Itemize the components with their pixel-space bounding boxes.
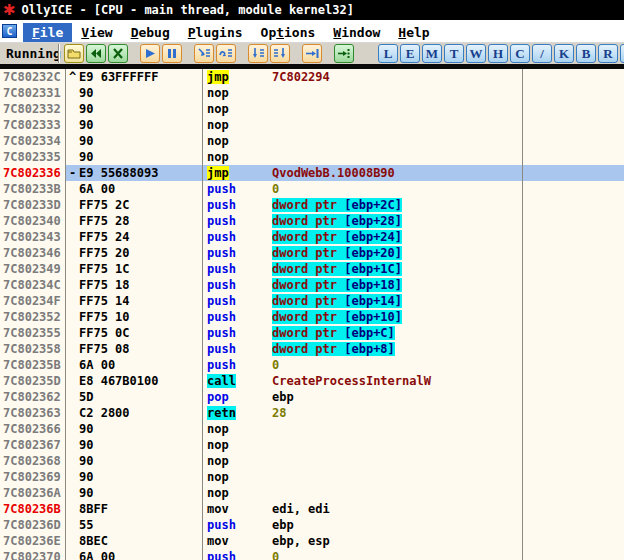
table-row[interactable]: 7C80235DE8 467B0100callCreateProcessInte… bbox=[0, 373, 624, 389]
step-into-button[interactable] bbox=[194, 44, 214, 63]
address-cell: 7C802334 bbox=[0, 133, 66, 149]
open-button[interactable] bbox=[64, 44, 84, 63]
table-row[interactable]: 7C80236790nop bbox=[0, 437, 624, 453]
hex-bytes: 90 bbox=[79, 133, 93, 149]
table-row[interactable]: 7C80233190nop bbox=[0, 85, 624, 101]
execute-till-return-button[interactable] bbox=[302, 44, 322, 63]
table-row[interactable]: 7C802336-E9 55688093jmpQvodWebB.10008B90 bbox=[0, 165, 624, 181]
table-row[interactable]: 7C8023706A 00push0 bbox=[0, 549, 624, 560]
comment-cell bbox=[523, 261, 624, 277]
table-row[interactable]: 7C80234FFF75 14pushdword ptr [ebp+14] bbox=[0, 293, 624, 309]
comment-cell bbox=[523, 309, 624, 325]
comment-cell bbox=[523, 165, 624, 181]
letter-button-C[interactable]: C bbox=[510, 44, 530, 63]
table-row[interactable]: 7C80233490nop bbox=[0, 133, 624, 149]
instruction-cell: movebp, esp bbox=[203, 533, 523, 549]
animate-into-button[interactable] bbox=[248, 44, 268, 63]
mnemonic: push bbox=[207, 310, 236, 324]
mnemonic: nop bbox=[207, 422, 229, 436]
table-row[interactable]: 7C80235B6A 00push0 bbox=[0, 357, 624, 373]
menu-item-window[interactable]: Window bbox=[324, 23, 389, 42]
table-row[interactable]: 7C802352FF75 10pushdword ptr [ebp+10] bbox=[0, 309, 624, 325]
table-row[interactable]: 7C802346FF75 20pushdword ptr [ebp+20] bbox=[0, 245, 624, 261]
table-row[interactable]: 7C80236A90nop bbox=[0, 485, 624, 501]
jump-direction-indicator bbox=[66, 149, 79, 165]
address-cell: 7C802355 bbox=[0, 325, 66, 341]
close-button[interactable] bbox=[108, 44, 128, 63]
table-row[interactable]: 7C80236D55pushebp bbox=[0, 517, 624, 533]
menu-item-help[interactable]: Help bbox=[389, 23, 438, 42]
step-over-button[interactable] bbox=[216, 44, 236, 63]
letter-button-H[interactable]: H bbox=[488, 44, 508, 63]
disassembly-panel[interactable]: 7C80232C^E9 63FFFFFFjmp7C8022947C8023319… bbox=[0, 69, 624, 560]
table-row[interactable]: 7C80236E8BECmovebp, esp bbox=[0, 533, 624, 549]
letter-button-/[interactable]: / bbox=[532, 44, 552, 63]
address-cell: 7C80234F bbox=[0, 293, 66, 309]
table-row[interactable]: 7C802349FF75 1Cpushdword ptr [ebp+1C] bbox=[0, 261, 624, 277]
operand: 0 bbox=[272, 550, 279, 560]
hex-bytes: FF75 10 bbox=[79, 309, 130, 325]
letter-button-W[interactable]: W bbox=[466, 44, 486, 63]
table-row[interactable]: 7C80233590nop bbox=[0, 149, 624, 165]
table-row[interactable]: 7C8023625Dpopebp bbox=[0, 389, 624, 405]
mnemonic: mov bbox=[207, 502, 229, 516]
letter-button-T[interactable]: T bbox=[444, 44, 464, 63]
table-row[interactable]: 7C80236890nop bbox=[0, 453, 624, 469]
table-row[interactable]: 7C802343FF75 24pushdword ptr [ebp+24] bbox=[0, 229, 624, 245]
menu-item-options[interactable]: Options bbox=[252, 23, 325, 42]
letter-button-R[interactable]: R bbox=[598, 44, 618, 63]
hexdump-cell: 5D bbox=[66, 389, 203, 405]
hexdump-cell: 6A 00 bbox=[66, 357, 203, 373]
table-row[interactable]: 7C80234CFF75 18pushdword ptr [ebp+18] bbox=[0, 277, 624, 293]
letter-button-L[interactable]: L bbox=[378, 44, 398, 63]
comment-cell bbox=[523, 453, 624, 469]
letter-button-K[interactable]: K bbox=[554, 44, 574, 63]
letter-button-B[interactable]: B bbox=[576, 44, 596, 63]
jump-direction-indicator bbox=[66, 405, 79, 421]
instruction-cell: nop bbox=[203, 469, 523, 485]
table-row[interactable]: 7C802355FF75 0Cpushdword ptr [ebp+C] bbox=[0, 325, 624, 341]
table-row[interactable]: 7C80233390nop bbox=[0, 117, 624, 133]
letter-button-label: R bbox=[603, 47, 612, 60]
address-cell: 7C802363 bbox=[0, 405, 66, 421]
menu-item-file[interactable]: File bbox=[23, 23, 72, 42]
instruction-cell: push0 bbox=[203, 357, 523, 373]
menu-item-debug[interactable]: Debug bbox=[122, 23, 179, 42]
table-row[interactable]: 7C80233B6A 00push0 bbox=[0, 181, 624, 197]
table-row[interactable]: 7C80233290nop bbox=[0, 101, 624, 117]
table-row[interactable]: 7C80233DFF75 2Cpushdword ptr [ebp+2C] bbox=[0, 197, 624, 213]
table-row[interactable]: 7C802340FF75 28pushdword ptr [ebp+28] bbox=[0, 213, 624, 229]
letter-button-label: B bbox=[582, 47, 591, 60]
instruction-cell: nop bbox=[203, 133, 523, 149]
operand: dword ptr bbox=[272, 246, 344, 260]
instruction-cell: pushdword ptr [ebp+14] bbox=[203, 293, 523, 309]
cpu-window-icon[interactable]: C bbox=[2, 24, 17, 38]
comment-cell bbox=[523, 485, 624, 501]
jump-direction-indicator bbox=[66, 133, 79, 149]
letter-button-E[interactable]: E bbox=[400, 44, 420, 63]
animate-over-button[interactable] bbox=[270, 44, 290, 63]
instruction-cell: jmp7C802294 bbox=[203, 69, 523, 85]
comment-cell bbox=[523, 389, 624, 405]
table-row[interactable]: 7C802363C2 2800retn28 bbox=[0, 405, 624, 421]
table-row[interactable]: 7C802358FF75 08pushdword ptr [ebp+8] bbox=[0, 341, 624, 357]
toolbar: Running LEMTWHC/KBR...S bbox=[0, 43, 624, 64]
operand: [ebp+10] bbox=[344, 310, 402, 324]
menu-item-plugins[interactable]: Plugins bbox=[179, 23, 252, 42]
instruction-cell: pushdword ptr [ebp+8] bbox=[203, 341, 523, 357]
run-button[interactable] bbox=[140, 44, 160, 63]
table-row[interactable]: 7C80232C^E9 63FFFFFFjmp7C802294 bbox=[0, 69, 624, 85]
goto-arrow-icon bbox=[337, 47, 351, 60]
hexdump-cell: 90 bbox=[66, 117, 203, 133]
go-to-button[interactable] bbox=[334, 44, 354, 63]
table-row[interactable]: 7C80236690nop bbox=[0, 421, 624, 437]
table-row[interactable]: 7C80236990nop bbox=[0, 469, 624, 485]
restart-button[interactable] bbox=[86, 44, 106, 63]
table-row[interactable]: 7C80236B8BFFmovedi, edi bbox=[0, 501, 624, 517]
operand: dword ptr bbox=[272, 262, 344, 276]
letter-button-M[interactable]: M bbox=[422, 44, 442, 63]
pause-button[interactable] bbox=[162, 44, 182, 63]
letter-button-...[interactable]: ... bbox=[620, 44, 624, 63]
hexdump-cell: 8BEC bbox=[66, 533, 203, 549]
menu-item-view[interactable]: View bbox=[72, 23, 121, 42]
